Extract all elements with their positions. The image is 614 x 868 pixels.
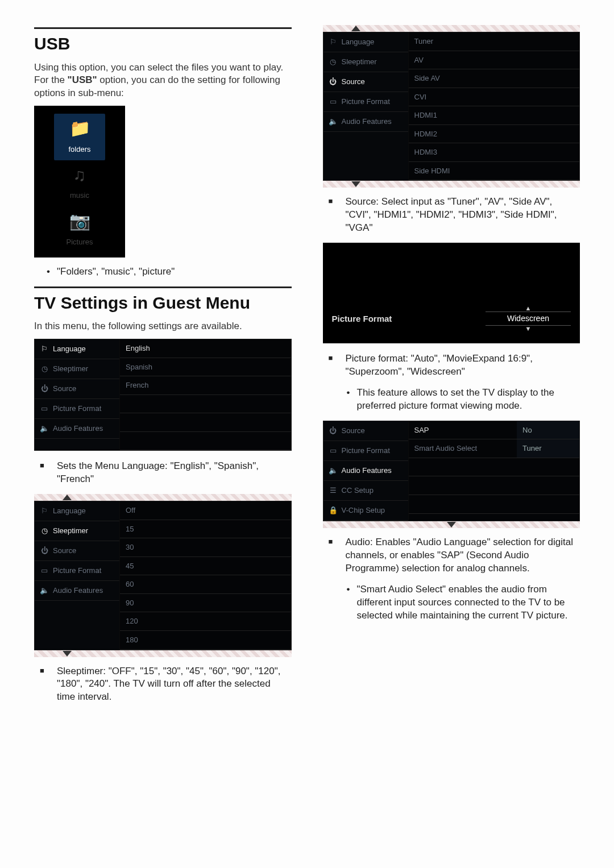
cc-icon: ☰ [328,485,338,496]
pf-value: Widescreen [486,312,571,326]
music-icon: ♫ [54,164,105,187]
menu-pictureformat-label: Picture Format [53,404,101,414]
menu-language: ⚐Language [35,339,119,359]
sq-language: Sets the Menu Language: "English", "Span… [34,460,292,486]
usb-intro: Using this option, you can select the fi… [34,61,292,101]
opt-off: Off [120,501,291,520]
menu-source: ⏻Source [35,541,119,561]
tvsettings-heading: TV Settings in Guest Menu [34,286,292,315]
sq-sleeptimer: Sleeptimer: "OFF", "15", "30", "45", "60… [34,665,292,704]
hatch-bottom [34,650,292,657]
chevron-down-icon: ▼ [486,326,571,332]
opt-sap-val: No [517,421,579,440]
tile-music-label: music [70,191,89,200]
tile-pictures-label: Pictures [67,238,93,246]
opt-180: 180 [120,631,291,650]
opt-sas-val: Tuner [517,439,579,458]
tile-folders-label: folders [68,145,90,153]
menu-sleeptimer-label: Sleeptimer [53,526,88,536]
opt-120: 120 [120,612,291,631]
opt-spanish: Spanish [120,358,291,377]
aspect-icon: ▭ [39,404,49,414]
hatch-bottom [323,181,580,188]
menu-sleeptimer-label: Sleeptimer [342,57,377,67]
sq-pictureformat: Picture format: "Auto", "MovieExpand 16:… [323,352,580,379]
menu-pictureformat: ▭Picture Format [323,92,408,112]
tile-folders: 📁 folders [54,114,105,160]
menu-pictureformat: ▭Picture Format [35,399,119,419]
menu-source-label: Source [53,384,76,394]
source-menu-screenshot: ⚐Language ◷Sleeptimer ⏻Source ▭Picture F… [323,32,580,181]
sub-audio: "Smart Audio Select" enables the audio f… [323,583,580,622]
sub-pictureformat: This feature allows to set the TV displa… [323,387,580,413]
tvsettings-intro: In this menu, the following settings are… [34,320,292,333]
sq-audio: Audio: Enables "Audio Language" selectio… [323,536,580,575]
opt-tuner: Tuner [409,32,580,51]
menu-audiofeatures-label: Audio Features [342,466,392,476]
menu-pictureformat: ▭Picture Format [35,561,119,581]
menu-sleeptimer: ◷Sleeptimer [35,359,119,379]
folder-icon: 📁 [54,117,105,140]
opt-30: 30 [120,538,291,557]
menu-audiofeatures-label: Audio Features [342,117,392,127]
usb-bold: "USB" [68,74,97,85]
menu-pictureformat-label: Picture Format [342,446,390,456]
plug-icon: ⏻ [328,77,338,87]
menu-source-label: Source [342,426,365,436]
menu-audiofeatures: 🔈Audio Features [323,461,408,481]
opt-av: AV [409,51,580,70]
plug-icon: ⏻ [39,546,49,556]
menu-source-label: Source [342,77,365,87]
opt-60: 60 [120,575,291,594]
clock-icon: ◷ [39,364,49,374]
speaker-icon: 🔈 [328,117,338,127]
sleeptimer-wrapper: ⚐Language ◷Sleeptimer ⏻Source ▭Picture F… [34,494,292,657]
plug-icon: ⏻ [328,426,338,436]
usb-tiles-screenshot: 📁 folders ♫ music 📷 Pictures [34,106,125,257]
opt-english: English [120,339,291,358]
opt-blank [120,395,291,414]
flag-icon: ⚐ [39,344,49,354]
camera-icon: 📷 [54,210,105,233]
aspect-icon: ▭ [328,446,338,456]
menu-audiofeatures: 🔈Audio Features [323,112,408,132]
menu-source: ⏻Source [35,379,119,399]
opt-sidehdmi: Side HDMI [409,162,580,181]
menu-language: ⚐Language [323,32,408,52]
menu-source: ⏻Source [323,72,408,92]
opt-sap: SAP [409,421,517,440]
menu-language: ⚐Language [35,501,119,521]
sleeptimer-menu-screenshot: ⚐Language ◷Sleeptimer ⏻Source ▭Picture F… [34,501,292,650]
aspect-icon: ▭ [328,97,338,107]
menu-audiofeatures: 🔈Audio Features [35,419,119,439]
chevron-down-icon [447,522,456,528]
opt-blank [409,476,580,495]
tile-music: ♫ music [54,160,105,206]
usb-heading: USB [34,27,292,56]
lock-icon: 🔒 [328,505,338,516]
pf-label: Picture Format [332,313,392,325]
hatch-top [323,25,580,32]
menu-sleeptimer: ◷Sleeptimer [35,521,119,541]
menu-sleeptimer: ◷Sleeptimer [323,52,408,72]
speaker-icon: 🔈 [328,466,338,476]
hatch-bottom [323,521,580,528]
opt-hdmi1: HDMI1 [409,106,580,125]
pf-value-box: ▲ Widescreen ▼ [486,305,571,332]
menu-ccsetup-label: CC Setup [342,485,374,496]
sq-source: Source: Select input as "Tuner", "AV", "… [323,196,580,235]
opt-cvi: CVI [409,88,580,107]
menu-language-label: Language [53,344,86,354]
opt-90: 90 [120,594,291,613]
language-menu-screenshot: ⚐Language ◷Sleeptimer ⏻Source ▭Picture F… [34,339,292,451]
menu-source: ⏻Source [323,421,408,441]
opt-blank [409,495,580,514]
opt-sas: Smart Audio Select [409,439,517,458]
clock-icon: ◷ [328,57,338,67]
source-wrapper: ⚐Language ◷Sleeptimer ⏻Source ▭Picture F… [323,25,580,188]
speaker-icon: 🔈 [39,585,49,596]
opt-french: French [120,376,291,395]
pictureformat-screenshot: Picture Format ▲ Widescreen ▼ [323,243,580,343]
opt-15: 15 [120,520,291,539]
flag-icon: ⚐ [328,37,338,47]
